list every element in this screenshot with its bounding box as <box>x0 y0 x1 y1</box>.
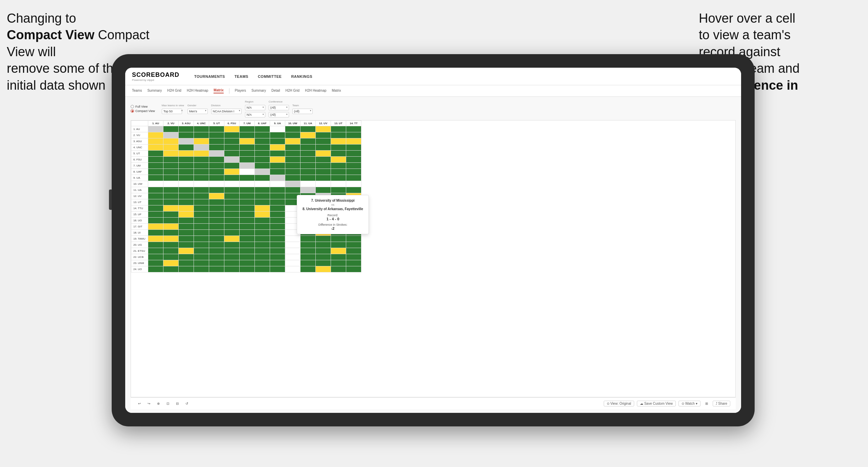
cell-r8-c2[interactable] <box>179 175 194 181</box>
cell-r2-c9[interactable] <box>285 138 301 144</box>
cell-r19-c0[interactable] <box>148 242 163 248</box>
cell-r18-c8[interactable] <box>270 236 285 242</box>
cell-r20-c9[interactable] <box>285 248 301 254</box>
cell-r18-c6[interactable] <box>240 236 255 242</box>
cell-r7-c10[interactable] <box>301 169 316 175</box>
tab-h2h-grid-left[interactable]: H2H Grid <box>167 89 181 93</box>
region-select-2[interactable]: N/A <box>245 112 265 117</box>
cell-r9-c11[interactable] <box>316 181 331 187</box>
tab-detail[interactable]: Detail <box>271 89 280 93</box>
cell-r22-c4[interactable] <box>209 260 224 266</box>
cell-r7-c2[interactable] <box>179 169 194 175</box>
cell-r1-c11[interactable] <box>316 132 331 138</box>
cell-r14-c2[interactable] <box>179 212 194 218</box>
cell-r8-c1[interactable] <box>163 175 179 181</box>
cell-r15-c4[interactable] <box>209 218 224 224</box>
cell-r14-c6[interactable] <box>240 212 255 218</box>
cell-r7-c5[interactable] <box>224 169 240 175</box>
cell-r19-c1[interactable] <box>163 242 179 248</box>
cell-r2-c10[interactable] <box>301 138 316 144</box>
cell-r23-c11[interactable] <box>316 266 331 272</box>
cell-r23-c6[interactable] <box>240 266 255 272</box>
cell-r23-c8[interactable] <box>270 266 285 272</box>
cell-r2-c12[interactable] <box>331 138 346 144</box>
cell-r3-c8[interactable] <box>270 144 285 151</box>
nav-committee[interactable]: COMMITTEE <box>258 74 282 79</box>
gender-select[interactable]: Men's <box>187 109 208 114</box>
cell-r5-c10[interactable] <box>301 157 316 163</box>
cell-r7-c8[interactable] <box>270 169 285 175</box>
cell-r19-c7[interactable] <box>255 242 270 248</box>
cell-r17-c1[interactable] <box>163 230 179 236</box>
cell-r0-c3[interactable] <box>194 126 209 132</box>
cell-r2-c1[interactable] <box>163 138 179 144</box>
cell-r5-c6[interactable] <box>240 157 255 163</box>
cell-r0-c6[interactable] <box>240 126 255 132</box>
conference-select-1[interactable]: (All) <box>269 105 289 110</box>
cell-r15-c1[interactable] <box>163 218 179 224</box>
cell-r0-c0[interactable] <box>148 126 163 132</box>
cell-r6-c10[interactable] <box>301 163 316 169</box>
cell-r16-c0[interactable] <box>148 224 163 230</box>
cell-r15-c5[interactable] <box>224 218 240 224</box>
cell-r8-c9[interactable] <box>285 175 301 181</box>
cell-r22-c1[interactable] <box>163 260 179 266</box>
cell-r20-c5[interactable] <box>224 248 240 254</box>
cell-r4-c4[interactable] <box>209 151 224 157</box>
cell-r21-c2[interactable] <box>179 254 194 260</box>
cell-r23-c13[interactable] <box>346 266 361 272</box>
cell-r17-c3[interactable] <box>194 230 209 236</box>
cell-r16-c4[interactable] <box>209 224 224 230</box>
cell-r23-c5[interactable] <box>224 266 240 272</box>
cell-r6-c7[interactable] <box>255 163 270 169</box>
cell-r9-c0[interactable] <box>148 181 163 187</box>
cell-r10-c12[interactable] <box>331 187 346 193</box>
cell-r3-c6[interactable] <box>240 144 255 151</box>
cell-r4-c1[interactable] <box>163 151 179 157</box>
cell-r23-c4[interactable] <box>209 266 224 272</box>
cell-r10-c6[interactable] <box>240 187 255 193</box>
cell-r6-c3[interactable] <box>194 163 209 169</box>
save-custom-button[interactable]: ☁ Save Custom View <box>637 401 676 406</box>
cell-r11-c8[interactable] <box>270 193 285 199</box>
cell-r8-c0[interactable] <box>148 175 163 181</box>
cell-r16-c1[interactable] <box>163 224 179 230</box>
cell-r23-c9[interactable] <box>285 266 301 272</box>
cell-r11-c2[interactable] <box>179 193 194 199</box>
cell-r3-c3[interactable] <box>194 144 209 151</box>
cell-r21-c10[interactable] <box>301 254 316 260</box>
cell-r0-c12[interactable] <box>331 126 346 132</box>
cell-r13-c5[interactable] <box>224 205 240 212</box>
cell-r3-c2[interactable] <box>179 144 194 151</box>
cell-r21-c13[interactable] <box>346 254 361 260</box>
cell-r9-c7[interactable] <box>255 181 270 187</box>
cell-r8-c4[interactable] <box>209 175 224 181</box>
cell-r18-c7[interactable] <box>255 236 270 242</box>
nav-teams[interactable]: TEAMS <box>235 74 248 79</box>
cell-r0-c8[interactable] <box>270 126 285 132</box>
cell-r8-c6[interactable] <box>240 175 255 181</box>
cell-r9-c13[interactable] <box>346 181 361 187</box>
nav-tournaments[interactable]: TOURNAMENTS <box>194 74 225 79</box>
cell-r20-c11[interactable] <box>316 248 331 254</box>
tab-teams[interactable]: Teams <box>132 89 142 93</box>
cell-r21-c5[interactable] <box>224 254 240 260</box>
cell-r21-c12[interactable] <box>331 254 346 260</box>
cell-r1-c10[interactable] <box>301 132 316 138</box>
cell-r11-c1[interactable] <box>163 193 179 199</box>
cell-r4-c8[interactable] <box>270 151 285 157</box>
cell-r19-c3[interactable] <box>194 242 209 248</box>
cell-r7-c12[interactable] <box>331 169 346 175</box>
cell-r4-c9[interactable] <box>285 151 301 157</box>
cell-r9-c3[interactable] <box>194 181 209 187</box>
cell-r12-c8[interactable] <box>270 199 285 205</box>
cell-r23-c0[interactable] <box>148 266 163 272</box>
cell-r8-c11[interactable] <box>316 175 331 181</box>
max-teams-select[interactable]: Top 50 <box>162 109 182 114</box>
cell-r22-c13[interactable] <box>346 260 361 266</box>
region-select-1[interactable]: N/A <box>245 105 265 110</box>
cell-r11-c3[interactable] <box>194 193 209 199</box>
cell-r9-c5[interactable] <box>224 181 240 187</box>
cell-r10-c2[interactable] <box>179 187 194 193</box>
cell-r12-c6[interactable] <box>240 199 255 205</box>
